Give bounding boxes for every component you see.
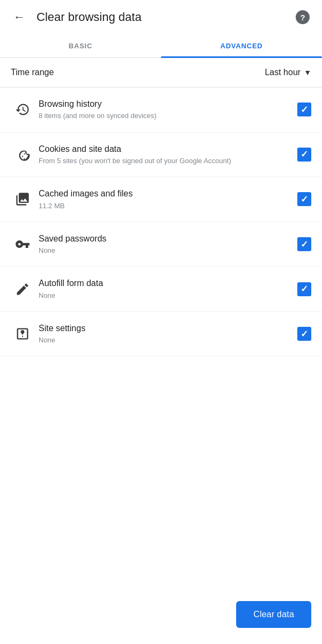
autofill-icon: [11, 282, 34, 297]
saved-passwords-title: Saved passwords: [39, 233, 288, 245]
browsing-history-checkbox[interactable]: ✓: [297, 103, 311, 116]
time-range-select[interactable]: Last hour ▼: [265, 68, 311, 77]
cached-images-subtitle: 11.2 MB: [39, 201, 288, 211]
cached-images-checkbox-container: ✓: [288, 192, 311, 206]
cached-images-item: Cached images and files 11.2 MB ✓: [0, 177, 322, 222]
autofill-content: Autofill form data None: [34, 277, 288, 301]
tab-bar: BASIC ADVANCED: [0, 34, 322, 58]
back-button[interactable]: ←: [9, 6, 30, 28]
saved-passwords-item: Saved passwords None ✓: [0, 222, 322, 267]
browsing-history-subtitle: 8 items (and more on synced devices): [39, 111, 288, 121]
browsing-history-checkbox-container: ✓: [288, 103, 311, 116]
cookies-title: Cookies and site data: [39, 143, 288, 155]
autofill-subtitle: None: [39, 291, 288, 301]
autofill-title: Autofill form data: [39, 277, 288, 289]
saved-passwords-checkbox[interactable]: ✓: [297, 237, 311, 251]
cached-images-checkbox[interactable]: ✓: [297, 192, 311, 206]
site-settings-content: Site settings None: [34, 323, 288, 346]
help-icon: ?: [296, 10, 310, 24]
site-settings-icon: [11, 326, 34, 341]
site-settings-subtitle: None: [39, 335, 288, 345]
clear-data-button[interactable]: Clear data: [236, 601, 311, 628]
cookies-checkbox-container: ✓: [288, 148, 311, 162]
browsing-history-item: Browsing history 8 items (and more on sy…: [0, 87, 322, 133]
browsing-history-title: Browsing history: [39, 98, 288, 110]
cookies-subtitle: From 5 sites (you won't be signed out of…: [39, 156, 288, 166]
checkmark-icon: ✓: [301, 240, 308, 249]
header: ← Clear browsing data ?: [0, 0, 322, 34]
saved-passwords-content: Saved passwords None: [34, 233, 288, 256]
clear-btn-container: Clear data: [236, 601, 311, 628]
checkmark-icon: ✓: [301, 284, 308, 294]
autofill-item: Autofill form data None ✓: [0, 267, 322, 312]
cookies-checkbox[interactable]: ✓: [297, 148, 311, 162]
saved-passwords-icon: [11, 237, 34, 252]
checkmark-icon: ✓: [301, 195, 308, 204]
cookies-icon: [11, 147, 34, 162]
browsing-history-icon: [11, 102, 34, 117]
saved-passwords-checkbox-container: ✓: [288, 237, 311, 251]
items-list: Browsing history 8 items (and more on sy…: [0, 87, 322, 356]
autofill-checkbox[interactable]: ✓: [297, 282, 311, 296]
browsing-history-content: Browsing history 8 items (and more on sy…: [34, 98, 288, 121]
cookies-content: Cookies and site data From 5 sites (you …: [34, 143, 288, 166]
cached-images-title: Cached images and files: [39, 188, 288, 200]
site-settings-checkbox-container: ✓: [288, 327, 311, 341]
autofill-checkbox-container: ✓: [288, 282, 311, 296]
dropdown-arrow-icon: ▼: [304, 68, 311, 77]
saved-passwords-subtitle: None: [39, 246, 288, 255]
page-title: Clear browsing data: [36, 10, 292, 24]
tab-basic[interactable]: BASIC: [0, 34, 161, 57]
site-settings-title: Site settings: [39, 323, 288, 334]
site-settings-item: Site settings None ✓: [0, 312, 322, 357]
checkmark-icon: ✓: [301, 105, 308, 114]
back-arrow-icon: ←: [13, 11, 25, 23]
cached-images-icon: [11, 192, 34, 207]
cookies-item: Cookies and site data From 5 sites (you …: [0, 133, 322, 178]
tab-advanced[interactable]: ADVANCED: [161, 34, 322, 57]
time-range-value: Last hour: [265, 68, 301, 77]
checkmark-icon: ✓: [301, 150, 308, 159]
time-range-row: Time range Last hour ▼: [0, 58, 322, 87]
site-settings-checkbox[interactable]: ✓: [297, 327, 311, 341]
time-range-label: Time range: [11, 68, 265, 77]
help-button[interactable]: ?: [292, 6, 313, 28]
cached-images-content: Cached images and files 11.2 MB: [34, 188, 288, 211]
checkmark-icon: ✓: [301, 330, 308, 339]
